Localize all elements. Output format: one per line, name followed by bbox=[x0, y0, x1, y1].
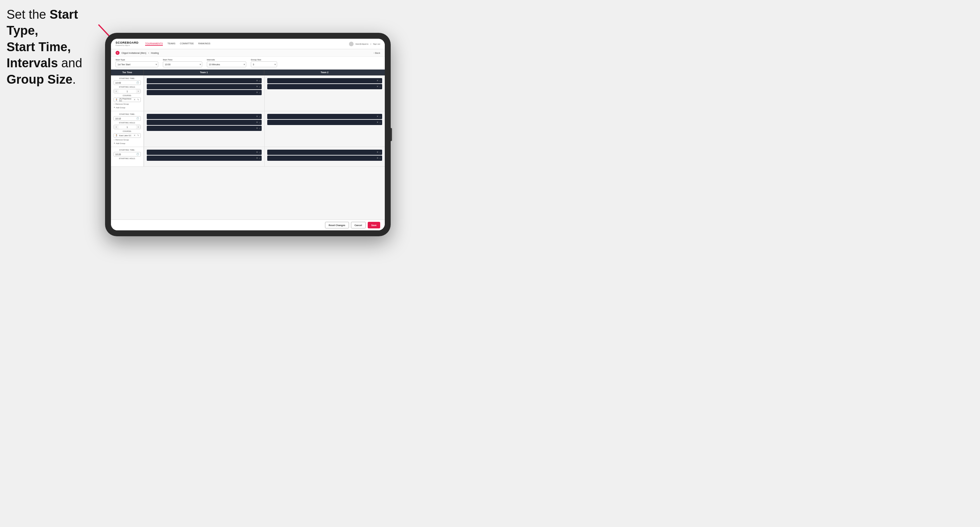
start-time-group: Start Time 10:00 10:30 11:00 bbox=[163, 59, 202, 67]
save-button[interactable]: Save bbox=[368, 222, 380, 229]
starting-time-input-2[interactable]: 10:10 🕐 bbox=[114, 116, 141, 121]
intervals-select-wrapper: 5 Minutes 8 Minutes 10 Minutes 12 Minute… bbox=[207, 61, 246, 67]
logo-area: SCOREBOARD Powered by clipp.io bbox=[116, 41, 138, 46]
players-area-team1-1: ✕ ○ ✕ ○ ✕ ○ bbox=[145, 77, 263, 97]
list-item: ✕ ○ bbox=[147, 114, 262, 119]
list-item: ✕ ○ bbox=[147, 120, 262, 125]
group-size-select-wrapper: 2 3 4 bbox=[251, 61, 277, 67]
group-1-left: STARTING TIME: 10:00 🕐 STARTING HOLE: ‹ … bbox=[111, 75, 144, 111]
close-icon[interactable]: ✕ bbox=[256, 157, 258, 159]
starting-time-label-1: STARTING TIME: bbox=[114, 78, 141, 79]
close-icon[interactable]: ✕ bbox=[377, 157, 379, 159]
edit-icon[interactable]: ○ bbox=[380, 157, 381, 159]
stepper-down-1[interactable]: ‹ bbox=[114, 89, 119, 93]
stepper-up-1[interactable]: › bbox=[136, 89, 140, 93]
intervals-select[interactable]: 5 Minutes 8 Minutes 10 Minutes 12 Minute… bbox=[207, 61, 246, 67]
course-badge-1: 🏌 (A) Peachtree GC ✕ ✎ bbox=[114, 97, 141, 102]
nav-link-committee[interactable]: COMMITTEE bbox=[180, 42, 194, 46]
reset-changes-button[interactable]: Reset Changes bbox=[325, 222, 349, 229]
edit-icon[interactable]: ○ bbox=[259, 151, 260, 154]
edit-icon[interactable]: ○ bbox=[259, 116, 260, 118]
edit-icon[interactable]: ○ bbox=[380, 151, 381, 154]
nav-bar: SCOREBOARD Powered by clipp.io TOURNAMEN… bbox=[111, 39, 385, 49]
close-icon[interactable]: ✕ bbox=[377, 79, 379, 82]
remove-group-2[interactable]: ○ Remove Group bbox=[114, 139, 141, 141]
nav-link-rankings[interactable]: RANKINGS bbox=[198, 42, 210, 46]
breadcrumb-section: Hosting bbox=[151, 52, 159, 54]
instruction-text: Set the Start Type,Start Time,Intervals … bbox=[6, 6, 105, 87]
players-area-team1-2: ✕ ○ ✕ ○ ✕ ○ bbox=[145, 113, 263, 132]
logo-text: SCOREBOARD bbox=[116, 41, 138, 44]
list-item: ✕ ○ bbox=[267, 120, 382, 125]
players-area-team2-3: ✕ ○ ✕ ○ bbox=[266, 148, 383, 162]
starting-hole-label-1: STARTING HOLE: bbox=[114, 86, 141, 88]
list-item: ✕ ○ bbox=[147, 156, 262, 161]
edit-icon[interactable]: ○ bbox=[259, 127, 260, 130]
edit-icon[interactable]: ○ bbox=[380, 86, 381, 88]
stepper-up-2[interactable]: › bbox=[136, 125, 140, 129]
edit-icon[interactable]: ○ bbox=[259, 92, 260, 94]
starting-hole-label-2: STARTING HOLE: bbox=[114, 122, 141, 124]
cancel-button[interactable]: Cancel bbox=[351, 222, 366, 229]
nav-link-tournaments[interactable]: TOURNAMENTS bbox=[145, 42, 163, 46]
group-size-label: Group Size bbox=[251, 59, 277, 61]
group-size-select[interactable]: 2 3 4 bbox=[251, 61, 277, 67]
col-team1: Team 1 bbox=[144, 70, 264, 75]
group-3-left: STARTING TIME: 10:20 🕐 STARTING HOLE: bbox=[111, 147, 144, 167]
nav-link-teams[interactable]: TEAMS bbox=[167, 42, 175, 46]
table-header: Tee Time Team 1 Team 2 bbox=[111, 70, 385, 75]
group-size-group: Group Size 2 3 4 bbox=[251, 59, 277, 67]
close-icon[interactable]: ✕ bbox=[256, 91, 258, 94]
starting-hole-stepper-2: ‹ 1 › bbox=[114, 125, 141, 129]
list-item: ✕ ○ bbox=[147, 78, 262, 83]
edit-icon[interactable]: ○ bbox=[380, 80, 381, 82]
list-item: ✕ ○ bbox=[267, 156, 382, 161]
bottom-bar: Reset Changes Cancel Save bbox=[111, 219, 385, 230]
table-row: STARTING TIME: 10:00 🕐 STARTING HOLE: ‹ … bbox=[111, 75, 385, 111]
add-group-1[interactable]: + Add Group bbox=[114, 106, 141, 109]
close-icon[interactable]: ✕ bbox=[377, 151, 379, 154]
players-area-team2-1: ✕ ○ ✕ ○ bbox=[266, 77, 383, 90]
back-link[interactable]: ‹ Back bbox=[374, 52, 380, 54]
list-item: ✕ ○ bbox=[267, 150, 382, 155]
sign-out-link[interactable]: Sign out bbox=[373, 43, 380, 45]
start-type-select[interactable]: 1st Tee Start Shotgun Start 10th Tee Sta… bbox=[116, 61, 158, 67]
starting-time-input-3[interactable]: 10:20 🕐 bbox=[114, 152, 141, 157]
edit-icon[interactable]: ○ bbox=[380, 116, 381, 118]
edit-icon[interactable]: ○ bbox=[259, 157, 260, 159]
starting-time-input-1[interactable]: 10:00 🕐 bbox=[114, 80, 141, 85]
list-item: ✕ ○ bbox=[147, 126, 262, 131]
close-icon[interactable]: ✕ bbox=[256, 115, 258, 118]
start-type-group: Start Type 1st Tee Start Shotgun Start 1… bbox=[116, 59, 158, 67]
course-badge-2: 🏌 East Lake GC ✕ ✎ bbox=[114, 133, 141, 138]
close-icon[interactable]: ✕ bbox=[256, 127, 258, 130]
course-label-1: COURSE: bbox=[114, 95, 141, 97]
close-icon[interactable]: ✕ bbox=[256, 85, 258, 88]
list-item: ✕ ○ bbox=[267, 114, 382, 119]
add-group-2[interactable]: + Add Group bbox=[114, 142, 141, 145]
close-icon[interactable]: ✕ bbox=[256, 151, 258, 154]
close-icon[interactable]: ✕ bbox=[256, 121, 258, 124]
close-icon[interactable]: ✕ bbox=[377, 85, 379, 88]
close-icon[interactable]: ✕ bbox=[377, 121, 379, 124]
edit-icon[interactable]: ○ bbox=[259, 80, 260, 82]
edit-icon[interactable]: ○ bbox=[259, 86, 260, 88]
course-remove-2[interactable]: ✕ bbox=[134, 134, 135, 137]
edit-icon[interactable]: ○ bbox=[259, 121, 260, 124]
remove-group-1[interactable]: ○ Remove Group bbox=[114, 103, 141, 105]
table-content: STARTING TIME: 10:00 🕐 STARTING HOLE: ‹ … bbox=[111, 75, 385, 219]
players-area-team1-3: ✕ ○ ✕ ○ bbox=[145, 148, 263, 162]
stepper-down-2[interactable]: ‹ bbox=[114, 125, 119, 129]
course-edit-1[interactable]: ✎ bbox=[137, 98, 139, 101]
close-icon[interactable]: ✕ bbox=[256, 79, 258, 82]
nav-right: blair@clippd.io | Sign out bbox=[349, 42, 380, 46]
starting-time-label-3: STARTING TIME: bbox=[114, 149, 141, 151]
breadcrumb-logo: C bbox=[116, 51, 119, 55]
start-time-select[interactable]: 10:00 10:30 11:00 bbox=[163, 61, 202, 67]
course-edit-2[interactable]: ✎ bbox=[137, 134, 139, 137]
edit-icon[interactable]: ○ bbox=[380, 121, 381, 124]
list-item: ✕ ○ bbox=[147, 84, 262, 89]
user-avatar bbox=[349, 42, 353, 46]
close-icon[interactable]: ✕ bbox=[377, 115, 379, 118]
course-remove-1[interactable]: ✕ bbox=[134, 98, 135, 101]
